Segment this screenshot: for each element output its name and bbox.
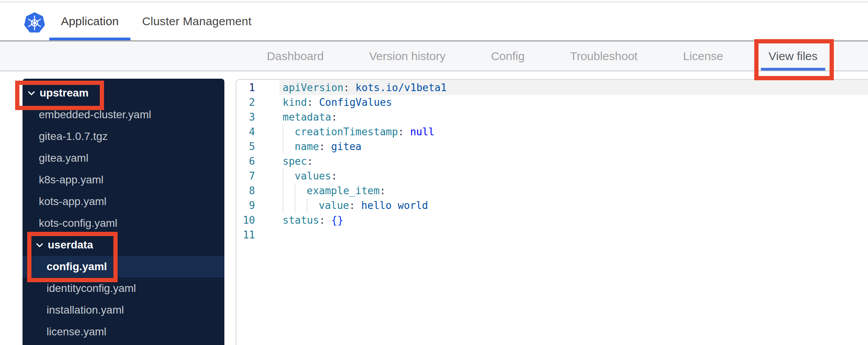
code-line-3[interactable]: 3metadata: xyxy=(236,110,868,124)
token-key: kind xyxy=(283,97,307,108)
token-colon: : xyxy=(349,200,355,211)
tab-config[interactable]: Config xyxy=(483,41,533,71)
line-number: 3 xyxy=(236,110,255,124)
code-editor-lines: 1apiVersion: kots.io/v1beta12kind: Confi… xyxy=(236,80,868,242)
tree-item-installation-yaml[interactable]: installation.yaml xyxy=(23,299,224,321)
indent-guide xyxy=(283,183,295,198)
file-label: identityconfig.yaml xyxy=(47,282,136,295)
tab-dashboard[interactable]: Dashboard xyxy=(259,41,332,71)
code-text: kind: ConfigValues xyxy=(279,95,868,110)
code-text: creationTimestamp: null xyxy=(279,124,868,139)
token-key: name xyxy=(295,141,319,152)
line-number: 7 xyxy=(236,169,255,183)
code-line-5[interactable]: 5name: gitea xyxy=(236,139,868,154)
tree-item-kots-app-yaml[interactable]: kots-app.yaml xyxy=(23,191,224,212)
indent-guide xyxy=(283,124,295,139)
file-label: license.yaml xyxy=(47,326,106,338)
token-value: ConfigValues xyxy=(313,97,392,108)
code-text: values: xyxy=(279,169,868,183)
indent-guide xyxy=(283,169,295,183)
file-tree-sidebar: upstreamembedded-cluster.yamlgitea-1.0.7… xyxy=(23,79,224,345)
tree-item-gitea-yaml[interactable]: gitea.yaml xyxy=(23,147,224,169)
token-key: metadata xyxy=(283,111,331,123)
token-key: status xyxy=(283,214,319,226)
token-colon: : xyxy=(380,185,386,197)
folder-label: userdata xyxy=(48,239,93,251)
code-text: status: {} xyxy=(279,213,868,228)
line-number: 1 xyxy=(236,80,255,95)
kots-admin-console: ApplicationCluster Management DashboardV… xyxy=(0,0,868,345)
file-label: config.yaml xyxy=(47,260,107,273)
tree-item-k8s-app-yaml[interactable]: k8s-app.yaml xyxy=(23,169,224,191)
tree-item-gitea-1-0-7-tgz[interactable]: gitea-1.0.7.tgz xyxy=(23,126,224,147)
indent-guide xyxy=(307,198,319,213)
code-line-10[interactable]: 10status: {} xyxy=(236,213,868,228)
tree-item-embedded-cluster-yaml[interactable]: embedded-cluster.yaml xyxy=(23,104,224,126)
tab-troubleshoot[interactable]: Troubleshoot xyxy=(562,41,645,71)
folder-label: upstream xyxy=(40,87,89,99)
code-text: spec: xyxy=(279,154,868,169)
token-colon: : xyxy=(331,111,337,123)
indent-guide xyxy=(295,198,307,213)
indent-guide xyxy=(283,198,295,213)
token-colon: : xyxy=(307,97,313,108)
tree-item-identityconfig-yaml[interactable]: identityconfig.yaml xyxy=(23,278,224,299)
header-tabs: ApplicationCluster Management xyxy=(49,2,263,40)
token-key: value xyxy=(319,200,349,211)
token-key: creationTimestamp xyxy=(295,126,398,138)
tab-version-history[interactable]: Version history xyxy=(361,41,453,71)
line-number: 11 xyxy=(236,228,255,242)
code-text xyxy=(279,228,868,242)
file-label: gitea.yaml xyxy=(39,152,89,164)
file-label: installation.yaml xyxy=(47,304,124,316)
line-number: 10 xyxy=(236,213,255,228)
token-colon: : xyxy=(398,126,404,138)
token-value: kots.io/v1beta1 xyxy=(349,82,446,93)
tree-item-config-yaml[interactable]: config.yaml xyxy=(23,256,224,278)
tree-item-userdata[interactable]: userdata xyxy=(23,234,224,256)
app-subnav: DashboardVersion historyConfigTroublesho… xyxy=(0,40,868,71)
file-label: gitea-1.0.7.tgz xyxy=(39,130,108,143)
tree-item-license-yaml[interactable]: license.yaml xyxy=(23,321,224,343)
file-label: k8s-app.yaml xyxy=(39,174,104,186)
token-key: example_item xyxy=(307,185,380,197)
line-number: 2 xyxy=(236,95,255,110)
header-tab-application[interactable]: Application xyxy=(49,2,130,40)
code-line-2[interactable]: 2kind: ConfigValues xyxy=(236,95,868,110)
token-colon: : xyxy=(319,214,325,226)
code-editor[interactable]: 1apiVersion: kots.io/v1beta12kind: Confi… xyxy=(236,79,868,345)
code-line-4[interactable]: 4creationTimestamp: null xyxy=(236,124,868,139)
code-line-11[interactable]: 11 xyxy=(236,228,868,242)
code-text: apiVersion: kots.io/v1beta1 xyxy=(279,80,868,95)
token-value: gitea xyxy=(325,141,361,152)
tab-view-files[interactable]: View files xyxy=(761,41,825,71)
code-text: example_item: xyxy=(279,183,868,198)
tree-item-kots-config-yaml[interactable]: kots-config.yaml xyxy=(23,212,224,234)
token-key: spec xyxy=(283,155,307,167)
code-line-9[interactable]: 9value: hello world xyxy=(236,198,868,213)
app-header: ApplicationCluster Management xyxy=(0,2,868,40)
file-label: embedded-cluster.yaml xyxy=(39,109,151,121)
token-keyword: null xyxy=(404,126,434,138)
code-line-7[interactable]: 7values: xyxy=(236,169,868,183)
token-colon: : xyxy=(331,170,337,182)
code-line-1[interactable]: 1apiVersion: kots.io/v1beta1 xyxy=(236,80,868,95)
token-colon: : xyxy=(344,82,350,93)
code-line-6[interactable]: 6spec: xyxy=(236,154,868,169)
indent-guide xyxy=(295,183,307,198)
line-number: 9 xyxy=(236,198,255,213)
tab-license[interactable]: License xyxy=(675,41,731,71)
line-number: 6 xyxy=(236,154,255,169)
token-key: values xyxy=(295,170,331,182)
tree-item-upstream[interactable]: upstream xyxy=(23,82,224,104)
token-value: hello world xyxy=(355,200,428,211)
line-number: 4 xyxy=(236,124,255,139)
indent-guide xyxy=(283,139,295,154)
code-line-8[interactable]: 8example_item: xyxy=(236,183,868,198)
kubernetes-logo-icon xyxy=(24,12,45,33)
token-colon: : xyxy=(307,155,313,167)
line-number: 8 xyxy=(236,183,255,198)
token-bracket: {} xyxy=(325,214,344,226)
code-text: value: hello world xyxy=(279,198,868,213)
header-tab-cluster-management[interactable]: Cluster Management xyxy=(130,2,263,40)
